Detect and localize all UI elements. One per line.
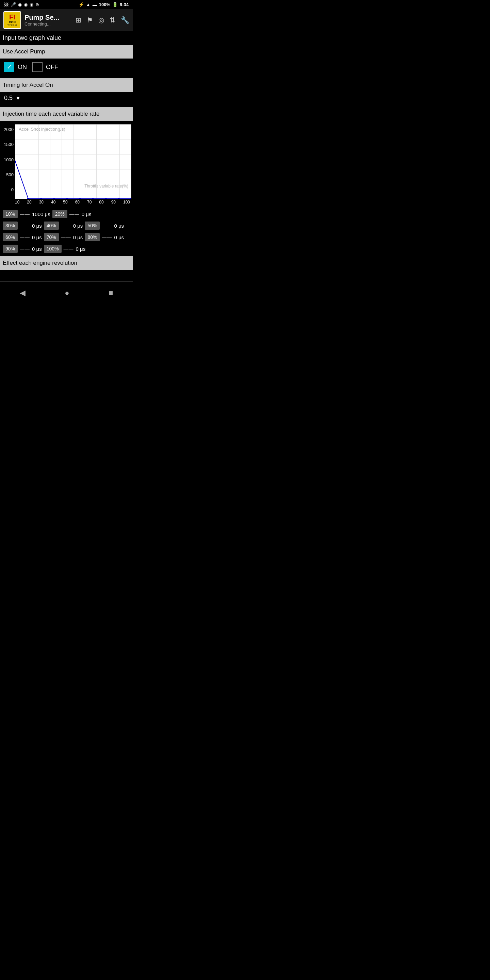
y-axis-labels: 2000 1500 1000 500 0 [2,124,15,199]
battery-icon: 🔋 [112,2,118,7]
data-item-30[interactable]: 30% —— 0 μs [3,221,42,230]
badge-80: 80% [85,233,100,241]
line-50: —— [102,223,112,228]
status-right-icons: ⚡ ▲ ▬ 100% 🔋 9:34 [79,2,129,7]
y-label-0: 0 [3,187,14,192]
y-label-2000: 2000 [3,127,14,132]
data-item-70[interactable]: 70% —— 0 μs [44,233,83,241]
effect-engine-header: Effect each engine revolution [0,256,133,270]
top-bar: FI CON TYPE-B Pump Se... Connecting... ⊞… [0,9,133,31]
bluetooth-icon: ⚡ [79,2,84,7]
app-title: Pump Se... [24,14,72,21]
grid-icon[interactable]: ⊞ [76,16,81,24]
line-40: —— [61,223,71,228]
line-30: —— [20,223,30,228]
nav-back-button[interactable]: ◀ [13,286,32,300]
value-80: 0 μs [114,234,124,240]
data-item-20[interactable]: 20% —— 0 μs [52,210,92,218]
svg-point-9 [130,198,131,199]
badge-30: 30% [3,221,18,230]
wrench-icon[interactable]: 🔧 [121,16,129,24]
line-10: —— [20,211,30,217]
chart-inner[interactable]: Accel Shot Injection(μs) Throttle variab… [15,124,131,199]
photo-icon: 🖼 [4,2,8,7]
x-label-80: 80 [99,200,103,205]
chart-svg [15,124,131,199]
divider2 [0,105,133,107]
data-item-40[interactable]: 40% —— 0 μs [44,221,83,230]
wifi-icon: ▲ [86,2,91,7]
top-icons: ⊞ ⚑ ◎ ⇅ 🔧 [76,16,129,24]
y-label-500: 500 [3,172,14,177]
checkmark-icon: ✓ [7,63,12,71]
timing-dropdown[interactable]: 0.5 ▼ [4,95,129,102]
value-60: 0 μs [32,234,42,240]
off-checkbox[interactable] [32,62,43,72]
value-40: 0 μs [73,223,83,229]
badge-20: 20% [52,210,67,218]
svg-point-5 [79,198,81,199]
off-checkbox-item: OFF [32,62,58,72]
data-grid: 10% —— 1000 μs 20% —— 0 μs 30% —— 0 μs 4… [0,207,133,256]
y-label-1000: 1000 [3,157,14,162]
app-title-group: Pump Se... Connecting... [24,14,72,27]
app-logo: FI CON TYPE-B [3,11,21,29]
chart-wrapper: 2000 1500 1000 500 0 Accel Shot Injectio… [0,124,133,199]
data-item-10[interactable]: 10% —— 1000 μs [3,210,50,218]
timing-value: 0.5 [4,95,13,102]
badge-90: 90% [3,245,18,253]
bottom-spacer [0,270,133,280]
value-70: 0 μs [73,234,83,240]
status-left-icons: 🖼 🎤 ◉ ◉ ◉ ⊕ [4,2,39,7]
badge-50: 50% [85,221,100,230]
svg-point-2 [40,198,42,199]
on-label: ON [18,64,27,71]
timing-accel-header: Timing for Accel On [0,78,133,92]
off-label: OFF [46,64,58,71]
circle3-icon: ◉ [30,2,33,7]
x-label-50: 50 [63,200,67,205]
chart-container: 2000 1500 1000 500 0 Accel Shot Injectio… [0,121,133,205]
arrows-icon[interactable]: ⇅ [110,16,115,24]
svg-point-7 [105,198,107,199]
on-checkbox-item: ✓ ON [4,62,27,72]
on-checkbox[interactable]: ✓ [4,62,14,72]
time-display: 9:34 [120,2,129,7]
badge-70: 70% [44,233,59,241]
value-90: 0 μs [32,246,42,252]
circle1-icon: ◉ [18,2,22,7]
gauge-icon[interactable]: ◎ [98,16,104,24]
dropdown-arrow-icon: ▼ [15,95,21,102]
accel-pump-toggle-row: ✓ ON OFF [0,59,133,76]
x-label-60: 60 [75,200,80,205]
flag-icon[interactable]: ⚑ [87,16,93,24]
logo-con-text: CON [9,21,16,24]
y-label-1500: 1500 [3,142,14,147]
nav-home-button[interactable]: ● [58,286,76,300]
line-70: —— [61,234,71,240]
value-100: 0 μs [76,246,86,252]
svg-point-8 [118,198,120,199]
x-label-40: 40 [51,200,56,205]
x-label-90: 90 [111,200,116,205]
data-item-100[interactable]: 100% —— 0 μs [44,245,86,253]
x-label-100: 100 [123,200,130,205]
svg-point-6 [92,198,94,199]
badge-100: 100% [44,245,62,253]
badge-40: 40% [44,221,59,230]
logo-fi-text: FI [9,14,15,21]
x-label-20: 20 [27,200,31,205]
badge-60: 60% [3,233,18,241]
data-item-60[interactable]: 60% —— 0 μs [3,233,42,241]
value-30: 0 μs [32,223,42,229]
value-10: 1000 μs [32,211,50,217]
svg-point-3 [53,198,55,199]
nav-recents-button[interactable]: ■ [102,286,120,300]
svg-point-4 [66,198,68,199]
data-item-80[interactable]: 80% —— 0 μs [85,233,124,241]
app-subtitle: Connecting... [24,21,72,27]
mic-icon: 🎤 [11,2,16,7]
svg-point-1 [27,198,29,199]
data-item-50[interactable]: 50% —— 0 μs [85,221,124,230]
data-item-90[interactable]: 90% —— 0 μs [3,245,42,253]
